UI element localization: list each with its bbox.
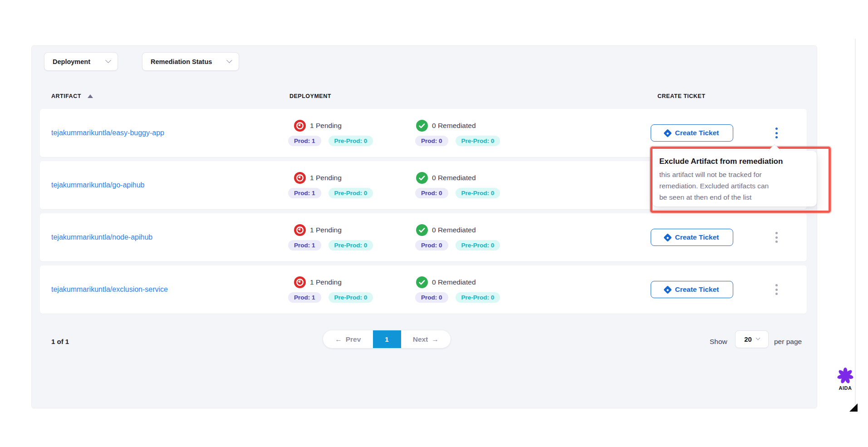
sort-ascending-icon xyxy=(88,94,93,98)
preprod-badge: Pre-Prod: 0 xyxy=(329,292,373,303)
create-ticket-label: Create Ticket xyxy=(675,233,719,241)
tooltip-body-line: remediation. Excluded artifacts can xyxy=(659,180,817,192)
prod-badge: Prod: 0 xyxy=(415,240,448,251)
column-header-artifact[interactable]: ARTIFACT xyxy=(51,93,93,99)
pending-count: 1 Pending xyxy=(310,226,342,234)
prod-badge: Prod: 1 xyxy=(288,292,321,303)
aida-label: AIDA xyxy=(839,385,852,391)
remediated-count: 0 Remediated xyxy=(432,278,476,286)
page-summary: 1 of 1 xyxy=(51,338,69,345)
tooltip-body: this artifact will not be tracked for re… xyxy=(652,166,817,203)
create-ticket-button[interactable]: Create Ticket xyxy=(651,124,733,142)
preprod-badge: Pre-Prod: 0 xyxy=(456,292,500,303)
deployment-filter-dropdown[interactable]: Deployment xyxy=(44,52,118,71)
ticket-diamond-icon xyxy=(664,285,672,294)
pending-clock-icon xyxy=(294,224,306,236)
pending-group: 1 Pending Prod: 1 Pre-Prod: 0 xyxy=(288,276,373,303)
remediated-count: 0 Remediated xyxy=(432,226,476,234)
prod-badge: Prod: 1 xyxy=(288,136,321,146)
current-page-indicator[interactable]: 1 xyxy=(373,330,401,348)
preprod-badge: Pre-Prod: 0 xyxy=(329,240,373,251)
chevron-down-icon xyxy=(755,336,760,340)
pending-count: 1 Pending xyxy=(310,174,342,182)
prod-badge: Prod: 0 xyxy=(415,188,448,198)
page-size-value: 20 xyxy=(744,335,752,343)
prod-badge: Prod: 1 xyxy=(288,240,321,251)
per-page-label: per page xyxy=(774,338,802,346)
preprod-badge: Pre-Prod: 0 xyxy=(456,188,500,198)
row-actions-kebab-icon[interactable] xyxy=(774,230,780,245)
pending-clock-icon xyxy=(294,172,306,184)
create-ticket-button[interactable]: Create Ticket xyxy=(651,281,733,298)
tooltip-body-line: be seen at then end of the list xyxy=(659,192,817,203)
scrollbar-track-line xyxy=(855,39,856,411)
page-size-dropdown[interactable]: 20 xyxy=(735,330,769,348)
remediation-status-filter-dropdown[interactable]: Remediation Status xyxy=(142,52,239,71)
remediated-group: 0 Remediated Prod: 0 Pre-Prod: 0 xyxy=(415,172,500,198)
create-ticket-label: Create Ticket xyxy=(675,129,719,137)
ticket-diamond-icon xyxy=(664,233,672,241)
artifact-link[interactable]: tejakummarikuntla/easy-buggy-app xyxy=(51,129,164,137)
artifact-link[interactable]: tejakummarikuntla/exclusion-service xyxy=(51,285,168,294)
table-row: tejakummarikuntla/node-apihub 1 Pending … xyxy=(40,213,807,261)
remediated-group: 0 Remediated Prod: 0 Pre-Prod: 0 xyxy=(415,276,500,303)
artifact-link[interactable]: tejakummarikuntla/go-apihub xyxy=(51,181,144,189)
column-header-create-ticket: CREATE TICKET xyxy=(657,93,706,99)
right-arrow-icon: → xyxy=(432,335,439,344)
next-label: Next xyxy=(413,335,428,344)
remediated-group: 0 Remediated Prod: 0 Pre-Prod: 0 xyxy=(415,120,500,146)
prod-badge: Prod: 1 xyxy=(288,188,321,198)
create-ticket-label: Create Ticket xyxy=(675,285,719,294)
ticket-diamond-icon xyxy=(664,129,672,137)
aida-flower-icon xyxy=(837,368,853,384)
exclude-artifact-tooltip: Exclude Artifact from remediation this a… xyxy=(652,151,817,206)
remediated-group: 0 Remediated Prod: 0 Pre-Prod: 0 xyxy=(415,224,500,251)
remediated-count: 0 Remediated xyxy=(432,174,476,182)
remediated-check-icon xyxy=(416,224,428,236)
show-label: Show xyxy=(710,338,727,346)
chevron-down-icon xyxy=(226,57,232,63)
pending-group: 1 Pending Prod: 1 Pre-Prod: 0 xyxy=(288,224,373,251)
preprod-badge: Pre-Prod: 0 xyxy=(456,136,500,146)
column-header-deployment: DEPLOYMENT xyxy=(289,93,331,99)
create-ticket-button[interactable]: Create Ticket xyxy=(651,229,733,246)
prod-badge: Prod: 0 xyxy=(415,136,448,146)
remediated-check-icon xyxy=(416,172,428,184)
left-arrow-icon: ← xyxy=(335,335,342,344)
preprod-badge: Pre-Prod: 0 xyxy=(329,136,373,146)
preprod-badge: Pre-Prod: 0 xyxy=(456,240,500,251)
row-actions-kebab-icon[interactable] xyxy=(774,126,780,140)
pagination-control: ← Prev 1 Next → xyxy=(323,330,451,348)
pending-count: 1 Pending xyxy=(310,278,342,286)
remediated-check-icon xyxy=(416,276,428,288)
prev-label: Prev xyxy=(346,335,361,344)
resize-corner-icon xyxy=(849,403,858,412)
tooltip-body-line: this artifact will not be tracked for xyxy=(659,169,817,180)
deployment-filter-label: Deployment xyxy=(53,58,90,65)
table-row: tejakummarikuntla/exclusion-service 1 Pe… xyxy=(40,265,807,314)
tooltip-title: Exclude Artifact from remediation xyxy=(652,151,817,166)
pending-group: 1 Pending Prod: 1 Pre-Prod: 0 xyxy=(288,120,373,146)
row-actions-kebab-icon[interactable] xyxy=(774,282,780,297)
remediation-status-filter-label: Remediation Status xyxy=(151,58,212,65)
artifact-link[interactable]: tejakummarikuntla/node-apihub xyxy=(51,233,152,241)
pending-clock-icon xyxy=(294,120,306,132)
chevron-down-icon xyxy=(105,57,111,63)
pending-count: 1 Pending xyxy=(310,122,342,130)
remediated-check-icon xyxy=(416,120,428,132)
remediated-count: 0 Remediated xyxy=(432,122,476,130)
aida-assistant-widget[interactable]: AIDA xyxy=(836,368,854,391)
prod-badge: Prod: 0 xyxy=(415,292,448,303)
preprod-badge: Pre-Prod: 0 xyxy=(329,188,373,198)
next-page-button[interactable]: Next → xyxy=(401,330,451,348)
artifact-header-label: ARTIFACT xyxy=(51,93,81,99)
pending-group: 1 Pending Prod: 1 Pre-Prod: 0 xyxy=(288,172,373,198)
pending-clock-icon xyxy=(294,276,306,288)
prev-page-button[interactable]: ← Prev xyxy=(323,330,373,348)
